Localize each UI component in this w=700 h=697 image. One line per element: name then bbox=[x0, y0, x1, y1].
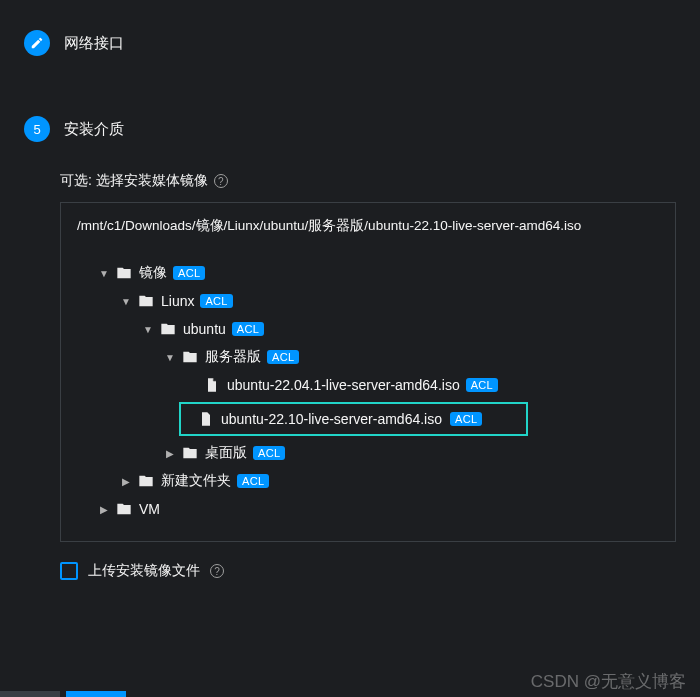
watermark: CSDN @无意义博客 bbox=[531, 670, 686, 693]
tree-file-iso1[interactable]: ubuntu-22.04.1-live-server-amd64.iso ACL bbox=[179, 371, 675, 399]
tree-label: 新建文件夹 bbox=[161, 472, 231, 490]
folder-icon bbox=[137, 472, 155, 490]
acl-badge[interactable]: ACL bbox=[450, 412, 482, 426]
tree-label: VM bbox=[139, 501, 160, 517]
folder-icon bbox=[137, 292, 155, 310]
chevron-down-icon bbox=[99, 268, 109, 279]
acl-badge[interactable]: ACL bbox=[173, 266, 205, 280]
acl-badge[interactable]: ACL bbox=[200, 294, 232, 308]
help-icon[interactable]: ? bbox=[214, 174, 228, 188]
chevron-right-icon bbox=[99, 504, 109, 515]
section-install-body: 可选: 选择安装媒体镜像 ? /mnt/c1/Downloads/镜像/Liun… bbox=[0, 142, 700, 580]
tree-label: 服务器版 bbox=[205, 348, 261, 366]
tree-file-selected[interactable]: ubuntu-22.10-live-server-amd64.iso ACL bbox=[179, 402, 528, 436]
help-icon[interactable]: ? bbox=[210, 564, 224, 578]
chevron-down-icon bbox=[143, 324, 153, 335]
acl-badge[interactable]: ACL bbox=[253, 446, 285, 460]
tree-node-desktop[interactable]: 桌面版 ACL bbox=[157, 439, 675, 467]
section-network-label: 网络接口 bbox=[64, 34, 124, 53]
media-select-text: 可选: 选择安装媒体镜像 bbox=[60, 172, 208, 190]
folder-icon bbox=[159, 320, 177, 338]
tree-node-server[interactable]: 服务器版 ACL bbox=[157, 343, 675, 371]
section-install-label: 安装介质 bbox=[64, 120, 124, 139]
folder-icon bbox=[181, 444, 199, 462]
media-panel: /mnt/c1/Downloads/镜像/Liunx/ubuntu/服务器版/u… bbox=[60, 202, 676, 542]
upload-label: 上传安装镜像文件 bbox=[88, 562, 200, 580]
chevron-down-icon bbox=[165, 352, 175, 363]
tree-node-ubuntu[interactable]: ubuntu ACL bbox=[135, 315, 675, 343]
folder-icon bbox=[181, 348, 199, 366]
tree-label: ubuntu bbox=[183, 321, 226, 337]
tree-node-root[interactable]: 镜像 ACL bbox=[91, 259, 675, 287]
acl-badge[interactable]: ACL bbox=[232, 322, 264, 336]
folder-icon bbox=[115, 264, 133, 282]
pencil-icon bbox=[24, 30, 50, 56]
section-network-header[interactable]: 网络接口 bbox=[0, 0, 700, 56]
file-icon bbox=[197, 410, 215, 428]
tree-label: 镜像 bbox=[139, 264, 167, 282]
upload-checkbox[interactable] bbox=[60, 562, 78, 580]
upload-iso-row[interactable]: 上传安装镜像文件 ? bbox=[60, 562, 676, 580]
selected-path: /mnt/c1/Downloads/镜像/Liunx/ubuntu/服务器版/u… bbox=[61, 203, 675, 249]
section-install-header[interactable]: 5 安装介质 bbox=[0, 96, 700, 142]
tree-label: ubuntu-22.10-live-server-amd64.iso bbox=[221, 411, 442, 427]
file-icon bbox=[203, 376, 221, 394]
bottom-strip bbox=[0, 691, 126, 697]
chevron-right-icon bbox=[121, 476, 131, 487]
tree-label: Liunx bbox=[161, 293, 194, 309]
tree-label: ubuntu-22.04.1-live-server-amd64.iso bbox=[227, 377, 460, 393]
acl-badge[interactable]: ACL bbox=[237, 474, 269, 488]
chevron-right-icon bbox=[165, 448, 175, 459]
file-tree: 镜像 ACL Liunx ACL ubuntu AC bbox=[61, 249, 675, 541]
folder-icon bbox=[115, 500, 133, 518]
tree-node-vm[interactable]: VM bbox=[91, 495, 675, 523]
media-select-label: 可选: 选择安装媒体镜像 ? bbox=[60, 172, 676, 190]
tree-label: 桌面版 bbox=[205, 444, 247, 462]
tree-node-liunx[interactable]: Liunx ACL bbox=[113, 287, 675, 315]
tree-node-newfolder[interactable]: 新建文件夹 ACL bbox=[113, 467, 675, 495]
chevron-down-icon bbox=[121, 296, 131, 307]
acl-badge[interactable]: ACL bbox=[267, 350, 299, 364]
step-number-badge: 5 bbox=[24, 116, 50, 142]
acl-badge[interactable]: ACL bbox=[466, 378, 498, 392]
